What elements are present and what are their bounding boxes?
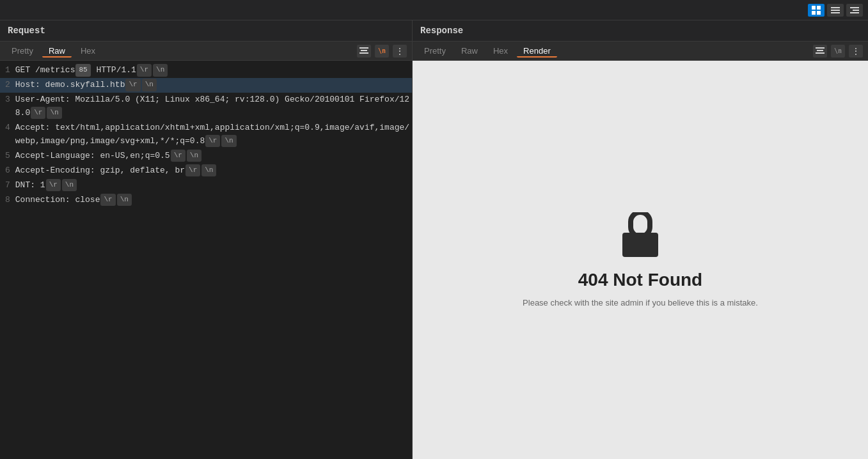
response-header: Response xyxy=(413,20,868,42)
line-content: Accept-Encoding: gzip, deflate, br\r\n xyxy=(15,164,412,178)
response-tab-icons: \n ⋮ xyxy=(813,45,863,58)
svg-rect-7 xyxy=(850,7,859,8)
request-tabs-bar: Pretty Raw Hex \n ⋮ xyxy=(0,42,412,61)
line-number: 8 xyxy=(0,194,15,207)
line-content: Accept-Language: en-US,en;q=0.5\r\n xyxy=(15,150,412,163)
response-beautify-button[interactable] xyxy=(813,45,827,58)
line-content: DNT: 1\r\n xyxy=(15,179,412,192)
request-panel: Request Pretty Raw Hex \n ⋮ xyxy=(0,20,413,459)
request-line-7: 7DNT: 1\r\n xyxy=(0,178,412,193)
svg-rect-13 xyxy=(816,47,825,49)
list-view-button[interactable] xyxy=(827,4,844,17)
escape-badge: \r xyxy=(125,79,140,91)
render-area: 404 Not Found Please check with the site… xyxy=(413,61,868,459)
request-tab-icons: \n ⋮ xyxy=(357,45,407,58)
svg-rect-9 xyxy=(850,12,859,13)
escape-badge: \r xyxy=(31,107,45,120)
escape-badge: \n xyxy=(187,150,201,162)
svg-rect-2 xyxy=(812,11,816,15)
escape-badge: \r xyxy=(100,194,115,206)
escape-badge: \r xyxy=(185,164,200,177)
escape-badge: \r xyxy=(137,64,152,77)
escape-badge: \r xyxy=(171,150,185,162)
request-header: Request xyxy=(0,20,412,42)
newline-button[interactable]: \n xyxy=(375,45,389,58)
beautify-button[interactable] xyxy=(357,45,371,58)
escape-badge: \n xyxy=(62,179,77,192)
svg-rect-12 xyxy=(359,52,368,54)
toolbar-icons xyxy=(808,4,863,17)
escape-badge: \n xyxy=(221,135,236,148)
request-line-3: 3User-Agent: Mozilla/5.0 (X11; Linux x86… xyxy=(0,93,412,121)
request-title: Request xyxy=(8,26,45,36)
svg-rect-11 xyxy=(361,50,367,51)
escape-badge: \r xyxy=(46,179,61,192)
line-number: 7 xyxy=(0,179,15,192)
line-number: 4 xyxy=(0,121,15,135)
line-content: Accept: text/html,application/xhtml+xml,… xyxy=(15,121,412,148)
svg-rect-1 xyxy=(817,6,821,10)
line-number: 6 xyxy=(0,164,15,178)
options-button[interactable] xyxy=(846,4,863,17)
request-line-8: 8Connection: close\r\n xyxy=(0,193,412,208)
tab-pretty-request[interactable]: Pretty xyxy=(5,44,40,58)
escape-badge: \n xyxy=(117,194,132,206)
request-line-2: 2Host: demo.skyfall.htb\r\n xyxy=(0,78,412,93)
tab-render-response[interactable]: Render xyxy=(517,44,557,58)
response-newline-button[interactable]: \n xyxy=(831,45,845,58)
request-line-4: 4Accept: text/html,application/xhtml+xml… xyxy=(0,121,412,149)
grid-view-button[interactable] xyxy=(808,4,825,17)
svg-rect-10 xyxy=(359,47,368,49)
tab-pretty-response[interactable]: Pretty xyxy=(418,44,452,58)
svg-rect-15 xyxy=(816,52,825,54)
svg-rect-6 xyxy=(831,12,840,13)
line-number: 5 xyxy=(0,150,15,163)
request-line-1: 1GET /metrics85 HTTP/1.1\r\n xyxy=(0,63,412,78)
line-number: 2 xyxy=(0,79,15,92)
request-line-6: 6Accept-Encoding: gzip, deflate, br\r\n xyxy=(0,164,412,178)
svg-rect-14 xyxy=(817,50,823,51)
not-found-container: 404 Not Found Please check with the site… xyxy=(523,212,758,307)
request-line-5: 5Accept-Language: en-US,en;q=0.5\r\n xyxy=(0,149,412,164)
line-content: Host: demo.skyfall.htb\r\n xyxy=(15,79,412,92)
escape-badge: \n xyxy=(153,64,168,77)
tab-raw-request[interactable]: Raw xyxy=(42,44,72,58)
response-more-options-button[interactable]: ⋮ xyxy=(849,45,863,58)
response-title: Response xyxy=(420,26,463,36)
svg-rect-3 xyxy=(817,11,821,15)
more-options-button[interactable]: ⋮ xyxy=(393,45,407,58)
not-found-title: 404 Not Found xyxy=(523,270,758,290)
escape-badge: \r xyxy=(205,135,220,148)
svg-rect-0 xyxy=(812,6,816,10)
lock-icon xyxy=(621,212,659,257)
line-content: User-Agent: Mozilla/5.0 (X11; Linux x86_… xyxy=(15,93,412,120)
escape-badge: \n xyxy=(201,164,216,177)
svg-rect-5 xyxy=(831,10,840,11)
line-number: 1 xyxy=(0,64,15,77)
main-layout: Request Pretty Raw Hex \n ⋮ xyxy=(0,20,868,459)
number-badge: 85 xyxy=(75,64,90,77)
line-content: GET /metrics85 HTTP/1.1\r\n xyxy=(15,64,412,77)
tab-raw-response[interactable]: Raw xyxy=(455,44,484,58)
svg-rect-8 xyxy=(853,10,859,11)
tab-hex-request[interactable]: Hex xyxy=(74,44,102,58)
request-content[interactable]: 1GET /metrics85 HTTP/1.1\r\n2Host: demo.… xyxy=(0,61,412,459)
escape-badge: \n xyxy=(142,79,157,91)
svg-rect-4 xyxy=(831,7,840,8)
response-panel: Response Pretty Raw Hex Render \n xyxy=(413,20,868,459)
line-number: 3 xyxy=(0,93,15,107)
tab-hex-response[interactable]: Hex xyxy=(487,44,514,58)
not-found-subtitle: Please check with the site admin if you … xyxy=(523,298,758,307)
top-toolbar xyxy=(0,0,868,20)
response-tabs-bar: Pretty Raw Hex Render \n ⋮ xyxy=(413,42,868,61)
svg-rect-17 xyxy=(622,233,658,257)
line-content: Connection: close\r\n xyxy=(15,194,412,207)
escape-badge: \n xyxy=(47,107,61,120)
